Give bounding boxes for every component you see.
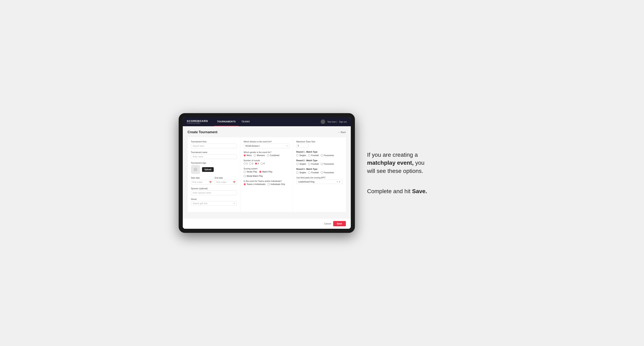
venue-group: Venue ▼ — [191, 198, 237, 206]
form-column-2: Which division is the event for? NCAA Di… — [240, 137, 293, 212]
round2-type-group: Round 2 - Match Type Singles Fourball — [296, 159, 342, 165]
nav-tab-tournaments[interactable]: TOURNAMENTS — [214, 117, 238, 126]
third-party-value: Leaderboard King — [298, 181, 314, 183]
cancel-button[interactable]: Cancel — [324, 222, 331, 225]
individuals-option[interactable]: Individuals Only — [268, 183, 285, 185]
logo-placeholder-icon — [191, 165, 200, 174]
r1-foursomes[interactable]: Foursomes — [321, 154, 334, 157]
division-dropdown-icon: ▼ — [286, 145, 288, 147]
sponsor-label: Sponsor (optional) — [191, 187, 237, 190]
third-party-input-container[interactable]: Leaderboard King ✕ ▼ — [296, 180, 342, 184]
round-1[interactable]: 1 — [244, 163, 248, 165]
teams-label: Is this event for Teams and/or Individua… — [244, 180, 290, 182]
scoring-stroke[interactable]: Stroke Play — [244, 171, 257, 173]
scoring-match[interactable]: Match Play — [259, 171, 272, 173]
division-group: Which division is the event for? NCAA Di… — [244, 141, 290, 148]
page-title: Create Tournament — [188, 130, 218, 134]
round3-type-group: Round 3 - Match Type Singles Fourball — [296, 168, 342, 174]
page-header: Create Tournament ← Back — [188, 130, 346, 134]
avatar — [321, 120, 325, 124]
date-group: Start date 📅 End date 📅 — [191, 177, 237, 184]
rounds-group: Number of rounds 1 2 — [244, 159, 290, 165]
svg-point-1 — [195, 169, 195, 169]
tournament-name-input[interactable] — [191, 154, 237, 159]
round1-type-group: Round 1 - Match Type Singles Fourball — [296, 151, 342, 157]
scoring-medal[interactable]: Medal Match Play — [244, 175, 263, 177]
navbar: SCOREBOARD Powered by clippit TOURNAMENT… — [183, 117, 351, 126]
calendar-icon: 📅 — [209, 181, 212, 183]
third-party-label: Use third-party live scoring API? — [296, 176, 342, 179]
teams-option[interactable]: Teams (+Individuals) — [244, 183, 266, 185]
tournament-name-label: Tournament name — [191, 151, 237, 154]
gender-mens[interactable]: Mens — [244, 154, 252, 157]
back-link[interactable]: ← Back — [338, 131, 346, 133]
r1-singles[interactable]: Singles — [296, 154, 306, 157]
upload-button[interactable]: Upload — [202, 167, 214, 172]
page-wrapper: SCOREBOARD Powered by clippit TOURNAMENT… — [179, 113, 466, 233]
tournament-host-label: Tournament Host — [191, 141, 237, 143]
logo-title: SCOREBOARD — [187, 120, 208, 122]
form-grid: Tournament Host Tournament name Tourname… — [188, 137, 346, 212]
round2-label: Round 2 - Match Type — [296, 159, 342, 162]
sponsor-input[interactable] — [191, 190, 237, 195]
division-value: NCAA Division I — [246, 145, 286, 147]
venue-label: Venue — [191, 198, 237, 200]
start-date-input[interactable] — [192, 181, 209, 183]
scoring-group: Scoring system Stroke Play Match Play — [244, 168, 290, 177]
round3-match-types: Singles Fourball Foursomes — [296, 172, 342, 174]
tablet-screen: SCOREBOARD Powered by clippit TOURNAMENT… — [183, 117, 351, 229]
user-label: Test User | — [327, 121, 337, 123]
max-team-input[interactable] — [296, 144, 308, 148]
r3-foursomes[interactable]: Foursomes — [321, 172, 334, 174]
form-column-3: Maximum Team Size Round 1 - Match Type S… — [293, 137, 346, 212]
round3-label: Round 3 - Match Type — [296, 168, 342, 170]
tournament-host-input[interactable] — [191, 144, 237, 148]
gender-womens[interactable]: Womens — [254, 154, 265, 157]
teams-group: Is this event for Teams and/or Individua… — [244, 180, 290, 185]
tablet-frame: SCOREBOARD Powered by clippit TOURNAMENT… — [179, 113, 355, 233]
main-content: Create Tournament ← Back Tournament Host… — [183, 126, 351, 218]
tournament-logo-label: Tournament logo — [191, 162, 237, 164]
start-date-group: Start date 📅 — [191, 177, 213, 184]
venue-input[interactable] — [193, 202, 234, 205]
rounds-label: Number of rounds — [244, 159, 290, 162]
max-team-label: Maximum Team Size — [296, 141, 342, 143]
r3-fourball[interactable]: Fourball — [308, 172, 318, 174]
annotation-top: If you are creating a matchplay event, y… — [367, 151, 433, 175]
end-date-group: End date 📅 — [215, 177, 237, 184]
tournament-name-group: Tournament name — [191, 151, 237, 159]
start-date-label: Start date — [191, 177, 213, 179]
round-3[interactable]: 3 — [255, 163, 259, 165]
sponsor-group: Sponsor (optional) — [191, 187, 237, 195]
round-4[interactable]: 4 — [261, 163, 265, 165]
signout-link[interactable]: Sign out — [339, 121, 347, 123]
navbar-left: SCOREBOARD Powered by clippit TOURNAMENT… — [187, 117, 253, 126]
logo-upload-area: Upload — [191, 165, 237, 174]
scoring-label: Scoring system — [244, 168, 290, 170]
annotation-panel: If you are creating a matchplay event, y… — [367, 151, 433, 195]
third-party-close-icon[interactable]: ✕ ▼ — [336, 181, 341, 183]
venue-dropdown-icon: ▼ — [234, 202, 235, 204]
rounds-radio-group: 1 2 3 — [244, 163, 290, 165]
save-button[interactable]: Save — [333, 221, 346, 226]
gender-combined[interactable]: Combined — [267, 154, 280, 157]
r2-foursomes[interactable]: Foursomes — [321, 163, 334, 165]
r3-singles[interactable]: Singles — [296, 172, 306, 174]
logo-area: SCOREBOARD Powered by clippit — [187, 120, 208, 124]
form-footer: Cancel Save — [183, 218, 351, 229]
r1-fourball[interactable]: Fourball — [308, 154, 318, 157]
nav-tab-teams[interactable]: TEAMS — [238, 117, 253, 126]
max-team-group: Maximum Team Size — [296, 141, 342, 148]
tournament-host-group: Tournament Host — [191, 141, 237, 148]
gender-group: Which gender is the event for? Mens Wome… — [244, 151, 290, 157]
calendar-end-icon: 📅 — [233, 181, 236, 183]
annotation-bottom: Complete and hit Save. — [367, 187, 433, 195]
navbar-right: Test User | Sign out — [321, 120, 346, 124]
r2-singles[interactable]: Singles — [296, 163, 306, 165]
r2-fourball[interactable]: Fourball — [308, 163, 318, 165]
division-label: Which division is the event for? — [244, 141, 290, 143]
nav-tabs: TOURNAMENTS TEAMS — [214, 117, 253, 126]
scoring-radio-group: Stroke Play Match Play Medal Match Play — [244, 171, 290, 177]
end-date-input[interactable] — [216, 181, 233, 183]
round-2[interactable]: 2 — [249, 163, 253, 165]
